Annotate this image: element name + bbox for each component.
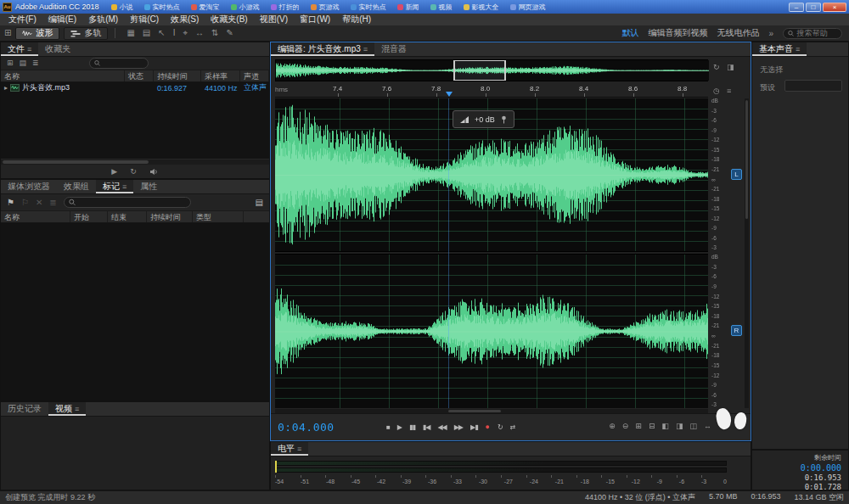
column-header[interactable]: 采样率 xyxy=(201,70,240,81)
menu-item[interactable]: 视图(V) xyxy=(254,14,294,25)
zoom-icon[interactable]: ⊖ xyxy=(622,423,629,430)
workspace-default[interactable]: 默认 xyxy=(621,27,638,39)
tab-levels[interactable]: 电平 ≡ xyxy=(271,442,308,456)
panel-menu-icon[interactable]: ≡ xyxy=(297,445,301,453)
move-next-button[interactable]: ▶▮ xyxy=(470,424,478,431)
marker-filter-icon[interactable]: ▤ xyxy=(256,199,263,207)
delete-marker-icon[interactable]: ✕ xyxy=(36,199,42,207)
hud-pin-icon[interactable] xyxy=(500,115,508,124)
tab-video[interactable]: 视频 ≡ xyxy=(48,402,86,416)
workspace-radio-production[interactable]: 无线电作品 xyxy=(717,27,759,39)
shortcut-item[interactable]: 网页游戏 xyxy=(510,3,546,12)
tab-history[interactable]: 历史记录 xyxy=(1,402,48,416)
pause-button[interactable]: ▮▮ xyxy=(409,424,415,431)
tab-properties[interactable]: 属性 xyxy=(133,180,164,193)
markers-search[interactable] xyxy=(64,197,191,208)
rewind-button[interactable]: ◀◀ xyxy=(437,424,446,431)
help-search-input[interactable] xyxy=(796,29,837,37)
panel-menu-icon[interactable]: ≡ xyxy=(363,45,368,53)
shortcut-item[interactable]: 页游戏 xyxy=(311,3,340,12)
fast-forward-button[interactable]: ▶▶ xyxy=(454,424,463,431)
hud-gain-control[interactable]: +0 dB xyxy=(453,110,514,128)
zoombar-thumb[interactable] xyxy=(448,410,501,412)
merge-markers-icon[interactable]: ≣ xyxy=(49,199,56,207)
files-search[interactable] xyxy=(89,58,149,69)
stop-button[interactable]: ■ xyxy=(386,424,390,431)
play-button[interactable]: ▶ xyxy=(397,424,402,431)
menu-item[interactable]: 编辑(E) xyxy=(42,14,82,25)
right-channel-waveform[interactable] xyxy=(275,255,708,408)
tab-favorites[interactable]: 收藏夹 xyxy=(38,42,77,56)
close-button[interactable]: × xyxy=(823,3,846,12)
file-list-options-icon[interactable]: ≣ xyxy=(32,59,39,67)
files-search-input[interactable] xyxy=(103,59,143,68)
tool-icon[interactable]: ✎ xyxy=(227,29,233,37)
shortcut-item[interactable]: 爱淘宝 xyxy=(191,3,220,12)
new-file-icon[interactable]: ▤ xyxy=(20,59,27,67)
zoom-icon[interactable]: ◧ xyxy=(661,423,669,430)
tool-icon[interactable]: ▦ xyxy=(127,29,134,37)
tab-mixer[interactable]: 混音器 xyxy=(374,42,413,56)
overview-display-icon[interactable]: ◨ xyxy=(727,64,734,71)
zoom-icon[interactable]: ⊕ xyxy=(609,423,616,430)
shortcut-item[interactable]: 视频 xyxy=(430,3,453,12)
panel-menu-icon[interactable]: ≡ xyxy=(796,45,800,53)
scrollbar-thumb[interactable] xyxy=(745,100,748,219)
level-meters[interactable] xyxy=(275,461,727,473)
column-header[interactable]: 持续时间 xyxy=(147,211,193,222)
panel-menu-icon[interactable]: ≡ xyxy=(27,45,31,53)
overview-loop-icon[interactable]: ↻ xyxy=(713,64,720,71)
preview-play-icon[interactable]: ▶ xyxy=(111,168,117,176)
time-format-icon[interactable]: ◷ xyxy=(713,87,720,95)
hud-gain-value[interactable]: +0 dB xyxy=(475,115,495,124)
tab-essential-sound[interactable]: 基本声音 ≡ xyxy=(752,42,807,56)
add-range-marker-icon[interactable]: ⚐ xyxy=(21,199,29,207)
expand-caret-icon[interactable]: ▸ xyxy=(4,84,8,92)
file-row[interactable]: ▸ 片头音效.mp3 0:16.927 44100 Hz 立体声 xyxy=(1,82,269,93)
files-list[interactable]: ▸ 片头音效.mp3 0:16.927 44100 Hz 立体声 xyxy=(1,82,269,159)
menu-item[interactable]: 收藏夹(B) xyxy=(205,14,253,25)
workspace-overflow-chevron[interactable]: » xyxy=(768,29,773,38)
zoom-icon[interactable]: ◫ xyxy=(689,423,697,430)
left-channel-button[interactable]: L xyxy=(731,169,742,180)
workspace-grid-icon[interactable]: ⊞ xyxy=(4,29,11,37)
waveform-display[interactable]: +0 dB xyxy=(275,98,708,408)
zoom-icon[interactable]: ↔ xyxy=(704,423,711,430)
shortcut-item[interactable]: 小说 xyxy=(111,3,133,12)
scrollbar-thumb[interactable] xyxy=(3,160,149,164)
files-horizontal-scrollbar[interactable] xyxy=(1,159,269,165)
tool-icon[interactable]: ↖ xyxy=(158,29,165,37)
zoom-icon[interactable]: ⊞ xyxy=(635,423,642,430)
shortcut-item[interactable]: 影视大全 xyxy=(464,3,499,12)
workspace-edit-audio-to-video[interactable]: 编辑音频到视频 xyxy=(648,27,707,39)
shortcut-item[interactable]: 打折的 xyxy=(271,3,300,12)
menu-item[interactable]: 效果(S) xyxy=(165,14,205,25)
tab-effects-rack[interactable]: 效果组 xyxy=(57,180,96,193)
timeline-ruler[interactable]: hms 7.47.67.88.08.28.48.68.8 xyxy=(275,84,708,98)
import-file-icon[interactable]: ⊞ xyxy=(7,59,14,67)
column-header[interactable]: 结束 xyxy=(108,211,147,222)
playhead-marker[interactable] xyxy=(446,92,453,97)
column-header[interactable]: 类型 xyxy=(193,211,244,222)
menu-item[interactable]: 帮助(H) xyxy=(336,14,377,25)
multitrack-view-button[interactable]: 多轨 xyxy=(64,27,108,40)
shortcut-item[interactable]: 实时热点 xyxy=(351,3,386,12)
column-header[interactable]: 状态 xyxy=(125,70,154,81)
menu-item[interactable]: 剪辑(C) xyxy=(124,14,165,25)
column-header[interactable]: 持续时间 xyxy=(154,70,201,81)
tool-icon[interactable]: ⌖ xyxy=(183,29,188,37)
vertical-scrollbar[interactable] xyxy=(745,98,749,408)
view-range-box[interactable] xyxy=(453,60,506,81)
preview-volume-icon[interactable] xyxy=(149,168,159,176)
waveform-view-button[interactable]: 波形 xyxy=(15,27,59,40)
tool-icon[interactable]: ↔ xyxy=(195,29,204,37)
column-header[interactable]: 名称 xyxy=(1,211,70,222)
minimize-button[interactable]: – xyxy=(789,3,804,12)
tab-files[interactable]: 文件 ≡ xyxy=(1,42,38,56)
menu-item[interactable]: 文件(F) xyxy=(3,14,42,25)
right-channel-button[interactable]: R xyxy=(731,325,742,336)
add-cue-marker-icon[interactable]: ⚑ xyxy=(7,199,14,207)
ruler-menu-icon[interactable]: ≡ xyxy=(727,87,731,95)
tab-editor[interactable]: 编辑器: 片头音效.mp3 ≡ xyxy=(271,42,374,56)
shortcut-item[interactable]: 实时热点 xyxy=(144,3,180,12)
